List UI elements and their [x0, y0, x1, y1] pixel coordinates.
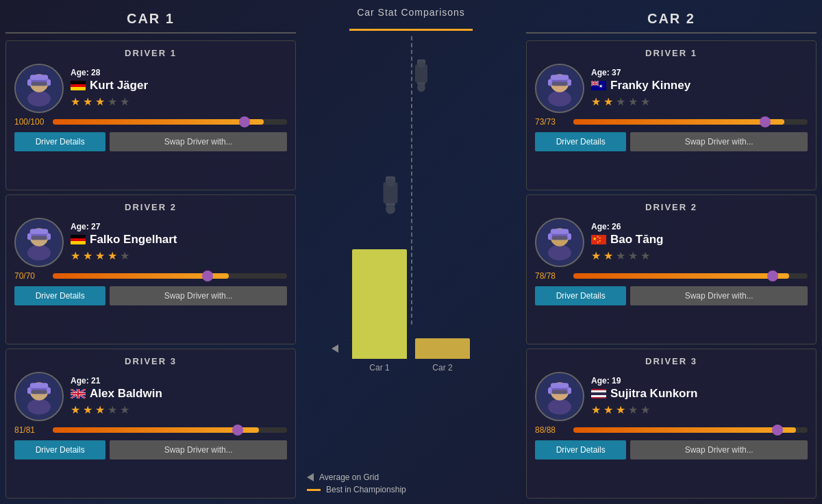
car2-driver1-age: Age: 37 [591, 68, 808, 77]
car2-driver3-header: DRIVER 3 [535, 356, 808, 366]
car1-driver2-swap-btn[interactable]: Swap Driver with... [110, 286, 287, 305]
legend-best-item: Best in Championship [307, 485, 515, 494]
car2-driver1-stamina: 73/73 [535, 117, 808, 127]
car2-driver2-stamina-knob [767, 270, 778, 281]
svg-point-28 [418, 61, 425, 68]
car2-driver2-info: Age: 26 ★ ★ ★ ★ ★ [535, 218, 808, 267]
car1-bar-label: Car 1 [369, 363, 389, 373]
car2-driver3-stamina-label: 88/88 [535, 425, 568, 435]
car1-driver1-stamina-bar [53, 119, 287, 125]
svg-rect-7 [32, 82, 47, 86]
legend-avg-item: Average on Grid [307, 473, 515, 482]
car1-driver3-panel: DRIVER 3 Age: 21 [5, 349, 296, 499]
car2-driver1-stamina-knob [760, 116, 771, 127]
car2-driver3-age: Age: 19 [591, 376, 808, 386]
svg-rect-4 [30, 75, 48, 80]
car1-driver1-details-btn[interactable]: Driver Details [14, 132, 105, 151]
car1-driver1-stars: ★ ★ ★ ★ ★ [71, 95, 287, 106]
car2-driver3-stamina-knob [772, 425, 783, 436]
car2-driver3-stars: ★ ★ ★ ★ ★ [591, 403, 808, 414]
star1: ★ [71, 95, 82, 106]
svg-rect-6 [47, 79, 51, 86]
car2-driver2-stamina-fill [573, 273, 789, 279]
car2-driver1-stamina-label: 73/73 [535, 117, 568, 127]
car2-driver2-header: DRIVER 2 [535, 202, 808, 212]
car2-driver3-buttons: Driver Details Swap Driver with... [535, 440, 808, 459]
car1-driver1-stamina-label: 100/100 [14, 117, 47, 127]
main-container: CAR 1 DRIVER 1 [0, 0, 822, 504]
car1-driver1-header: DRIVER 1 [14, 48, 287, 58]
avg-grid-line [332, 347, 455, 349]
car2-driver1-avatar [535, 64, 584, 113]
car2-driver2-flag: ★ ★ ★ ★ ★ [591, 235, 606, 244]
car1-driver1-stamina-knob [239, 116, 250, 127]
car1-driver3-swap-btn[interactable]: Swap Driver with... [110, 440, 287, 459]
svg-rect-21 [27, 388, 32, 394]
car1-driver3-stamina-bar [53, 427, 287, 433]
svg-point-1 [27, 91, 51, 107]
car2-driver3-stamina: 88/88 [535, 425, 808, 435]
svg-rect-14 [47, 234, 51, 240]
svg-rect-37 [551, 75, 569, 80]
car2-driver2-buttons: Driver Details Swap Driver with... [535, 286, 808, 305]
car2-driver3-details: Age: 19 Sujitra Kunkorn ★ ★ ★ ★ [591, 376, 808, 417]
car1-driver3-stamina: 81/81 [14, 425, 287, 435]
car2-driver2-stars: ★ ★ ★ ★ ★ [591, 249, 808, 260]
car1-driver1-name: Kurt Jäger [90, 79, 148, 92]
car1-bar [352, 249, 407, 359]
car2-driver3-swap-btn[interactable]: Swap Driver with... [630, 440, 808, 459]
car2-driver3-name-row: Sujitra Kunkorn [591, 387, 808, 401]
car2-driver2-details: Age: 26 ★ ★ ★ ★ ★ [591, 222, 808, 263]
svg-rect-40 [552, 82, 568, 86]
car1-header: CAR 1 [5, 5, 296, 34]
car2-driver3-details-btn[interactable]: Driver Details [535, 440, 626, 459]
car2-driver2-swap-btn[interactable]: Swap Driver with... [630, 286, 808, 305]
car1-driver3-avatar [14, 372, 64, 421]
car1-driver1-age: Age: 28 [71, 68, 287, 77]
car1-driver3-stamina-fill [53, 427, 259, 433]
car1-driver3-details: Age: 21 Alex [71, 376, 287, 417]
car1-driver1-name-row: Kurt Jäger [71, 79, 287, 92]
car2-driver3-panel: DRIVER 3 Age: 19 [526, 349, 817, 499]
car2-driver1-info: Age: 37 ★ [535, 64, 808, 113]
car1-driver1-panel: DRIVER 1 Age: 28 [5, 40, 296, 190]
car1-driver2-avatar [14, 218, 64, 267]
car1-driver2-stamina: 70/70 [14, 271, 287, 281]
car1-driver2-buttons: Driver Details Swap Driver with... [14, 286, 287, 305]
car1-driver3-details-btn[interactable]: Driver Details [14, 440, 105, 459]
car1-driver2-stamina-label: 70/70 [14, 271, 47, 281]
car2-driver1-details-btn[interactable]: Driver Details [535, 132, 626, 151]
car2-driver2-details-btn[interactable]: Driver Details [535, 286, 626, 305]
car2-driver1-panel: DRIVER 1 Age: 37 [526, 40, 817, 190]
car1-driver1-stamina-fill [53, 119, 264, 125]
svg-point-45 [548, 245, 571, 261]
car1-driver1-swap-btn[interactable]: Swap Driver with... [110, 132, 287, 151]
svg-rect-63 [548, 388, 552, 394]
car1-driver2-stamina-bar [53, 273, 287, 279]
car1-driver2-details-btn[interactable]: Driver Details [14, 286, 105, 305]
car1-driver1-buttons: Driver Details Swap Driver with... [14, 132, 287, 151]
car1-driver2-info: Age: 27 Falko Engelhart ★ ★ ★ ★ ★ [14, 218, 287, 267]
svg-text:★: ★ [597, 240, 599, 244]
svg-rect-13 [27, 234, 32, 240]
svg-point-17 [27, 399, 51, 415]
svg-rect-64 [567, 388, 571, 394]
star2: ★ [83, 95, 94, 106]
car2-driver1-stamina-bar [573, 119, 808, 125]
star5: ★ [120, 95, 131, 106]
car2-driver2-avatar [535, 218, 584, 267]
star3: ★ [95, 95, 106, 106]
svg-point-34 [548, 91, 571, 107]
car2-driver2-stamina-label: 78/78 [535, 271, 568, 281]
car1-driver3-stamina-label: 81/81 [14, 425, 47, 435]
car1-driver3-header: DRIVER 3 [14, 356, 287, 366]
car1-driver3-buttons: Driver Details Swap Driver with... [14, 440, 287, 459]
car2-driver3-flag [591, 389, 606, 399]
car1-driver1-details: Age: 28 Kurt Jäger ★ ★ ★ ★ ★ [71, 68, 287, 109]
car2-driver1-swap-btn[interactable]: Swap Driver with... [630, 132, 808, 151]
svg-rect-20 [30, 383, 48, 388]
car1-driver2-name: Falko Engelhart [90, 233, 177, 247]
svg-point-9 [27, 245, 51, 261]
svg-rect-12 [30, 229, 48, 234]
car2-driver3-stamina-fill [573, 427, 796, 433]
